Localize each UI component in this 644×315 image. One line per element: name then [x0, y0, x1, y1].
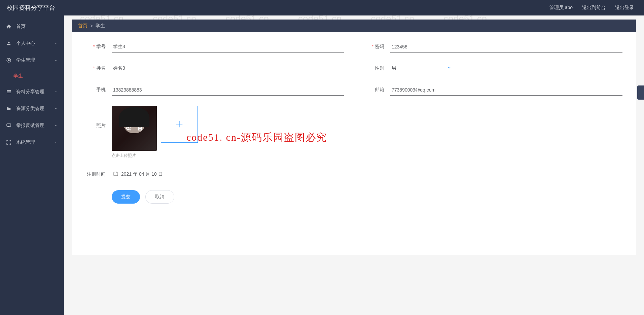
label-phone: 手机	[85, 87, 106, 93]
sidebar-item-system-mgmt[interactable]: 系统管理	[0, 134, 64, 151]
zoom-icon[interactable]	[125, 125, 132, 132]
field-phone: 手机	[85, 84, 344, 96]
field-photo: 照片	[85, 106, 622, 151]
select-gender[interactable]: 男	[390, 63, 454, 74]
sidebar-item-profile[interactable]: 个人中心	[0, 35, 64, 52]
sidebar-item-label: 举报反馈管理	[16, 123, 54, 129]
label-reg-time: 注册时间	[85, 171, 106, 177]
cancel-button[interactable]: 取消	[145, 190, 174, 204]
fullscreen-icon	[6, 140, 11, 145]
sidebar-item-label: 系统管理	[16, 139, 54, 145]
svg-rect-2	[7, 124, 11, 127]
app-title: 校园资料分享平台	[7, 4, 55, 12]
input-phone[interactable]	[112, 84, 344, 96]
sidebar-item-home[interactable]: 首页	[0, 18, 64, 35]
field-email: 邮箱	[364, 84, 622, 96]
input-student-id[interactable]	[112, 41, 344, 53]
sidebar-item-label: 首页	[16, 24, 58, 30]
label-gender: 性别	[364, 65, 384, 71]
folder-icon	[6, 106, 11, 111]
label-email: 邮箱	[364, 87, 384, 93]
chevron-down-icon	[54, 90, 58, 94]
layers-icon	[6, 89, 11, 95]
chevron-down-icon	[54, 140, 58, 144]
field-reg-time: 注册时间 2021 年 04 月 10 日	[85, 169, 179, 180]
calendar-icon	[113, 171, 118, 177]
date-picker-reg-time[interactable]: 2021 年 04 月 10 日	[112, 169, 179, 180]
svg-point-1	[8, 60, 9, 61]
student-form: *学号 *密码 *姓名 性别 男	[72, 32, 636, 204]
circle-icon	[6, 58, 11, 63]
input-name[interactable]	[112, 63, 344, 74]
delete-icon[interactable]	[137, 125, 143, 132]
field-name: *姓名	[85, 63, 344, 74]
submit-button[interactable]: 提交	[112, 190, 140, 204]
logout-link[interactable]: 退出登录	[615, 5, 634, 11]
chevron-down-icon	[54, 124, 58, 128]
label-name: *姓名	[85, 65, 106, 71]
sidebar-item-label: 资料分享管理	[16, 89, 54, 95]
chevron-down-icon	[447, 65, 452, 71]
label-student-id: *学号	[85, 44, 106, 50]
sidebar: 首页 个人中心 学生管理 学生 资料分享管理 资源分类管理 举报反馈管理 系统管…	[0, 15, 64, 315]
sidebar-item-material-mgmt[interactable]: 资料分享管理	[0, 83, 64, 100]
label-photo: 照片	[85, 106, 106, 129]
main-content: 首页 > 学生 *学号 *密码 *姓名	[64, 15, 644, 315]
photo-thumbnail[interactable]	[112, 106, 157, 151]
label-password: *密码	[364, 44, 384, 50]
select-gender-value: 男	[392, 65, 396, 71]
field-gender: 性别 男	[364, 63, 622, 74]
header-actions: 管理员 abo 退出到前台 退出登录	[549, 5, 634, 11]
chevron-down-icon	[54, 107, 58, 111]
breadcrumb-separator: >	[90, 23, 93, 29]
sidebar-item-label: 资源分类管理	[16, 106, 54, 112]
svg-rect-4	[114, 172, 118, 176]
chevron-down-icon	[54, 41, 58, 45]
breadcrumb: 首页 > 学生	[72, 20, 636, 32]
chat-icon	[6, 123, 11, 128]
content-panel: 首页 > 学生 *学号 *密码 *姓名	[72, 20, 636, 255]
breadcrumb-current: 学生	[96, 23, 105, 29]
side-handle[interactable]	[637, 85, 644, 100]
logout-front-link[interactable]: 退出到前台	[582, 5, 606, 11]
sidebar-item-student-mgmt[interactable]: 学生管理	[0, 52, 64, 69]
sidebar-item-label: 学生管理	[16, 57, 54, 63]
home-icon	[6, 24, 11, 29]
top-header: 校园资料分享平台 管理员 abo 退出到前台 退出登录	[0, 0, 644, 15]
admin-label[interactable]: 管理员 abo	[549, 5, 573, 11]
photo-add-button[interactable]	[161, 106, 198, 143]
field-password: *密码	[364, 41, 622, 53]
user-icon	[6, 41, 11, 46]
chevron-up-icon	[54, 58, 58, 62]
input-password[interactable]	[390, 41, 622, 53]
sidebar-item-label: 个人中心	[16, 40, 54, 46]
form-actions: 提交 取消	[112, 190, 622, 204]
sidebar-item-category-mgmt[interactable]: 资源分类管理	[0, 100, 64, 117]
field-student-id: *学号	[85, 41, 344, 53]
photo-overlay	[112, 106, 157, 151]
input-email[interactable]	[390, 84, 622, 96]
sidebar-subitem-student[interactable]: 学生	[0, 69, 64, 83]
sidebar-item-report-mgmt[interactable]: 举报反馈管理	[0, 117, 64, 134]
date-value: 2021 年 04 月 10 日	[121, 171, 163, 177]
photo-upload-tip: 点击上传照片	[112, 153, 622, 159]
breadcrumb-home[interactable]: 首页	[78, 23, 87, 29]
